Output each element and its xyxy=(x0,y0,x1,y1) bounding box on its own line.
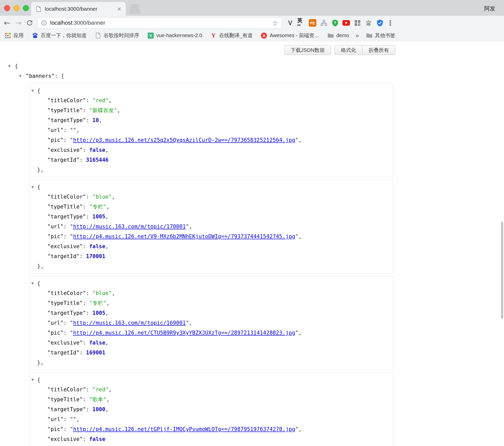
json-punctuation: " xyxy=(70,224,73,230)
json-line: "pic": "http://p4.music.126.net/V9-MXz6b… xyxy=(31,232,393,242)
back-button[interactable]: ← xyxy=(2,19,13,27)
page-info-icon[interactable] xyxy=(41,20,47,26)
qrcode-icon[interactable] xyxy=(353,19,361,27)
bookmark-star-icon[interactable]: ☆ xyxy=(272,19,278,27)
zoom-window-button[interactable] xyxy=(23,5,29,11)
json-key: "targetType" xyxy=(47,117,86,123)
json-punctuation: : xyxy=(63,320,70,326)
bookmark-item[interactable]: 谷歌按时间排序 xyxy=(95,32,139,39)
vue-icon: V xyxy=(147,32,154,39)
json-punctuation: { xyxy=(37,88,40,94)
green-shield-icon[interactable]: T xyxy=(331,19,339,27)
url-text[interactable]: localhost:3000/banner xyxy=(50,20,272,26)
format-button[interactable]: 格式化 xyxy=(334,45,362,55)
json-punctuation: , xyxy=(106,300,110,306)
json-line: "titleColor": "red", xyxy=(31,385,393,395)
browser-tab[interactable]: localhost:3000/banner × xyxy=(31,2,126,16)
collapse-toggle-icon[interactable]: ▼ xyxy=(31,278,37,288)
json-punctuation: " xyxy=(295,137,299,143)
json-line: "url": "", xyxy=(31,125,393,135)
json-url-link[interactable]: http://p4.music.126.net/CTU5B9R9y3XyYBZX… xyxy=(73,330,295,336)
bookmark-item[interactable]: demo xyxy=(327,32,349,39)
json-punctuation: : xyxy=(83,204,89,210)
folder-icon xyxy=(327,32,334,39)
paw-icon[interactable] xyxy=(365,19,373,27)
json-key: "banners" xyxy=(26,73,55,79)
bookmark-item[interactable]: AAwesomes - 前端资… xyxy=(261,32,319,39)
json-punctuation: "" xyxy=(70,127,76,133)
address-bar[interactable]: localhost:3000/banner ☆ xyxy=(37,17,282,28)
json-punctuation: : xyxy=(83,340,89,346)
json-number-value: 1005 xyxy=(92,310,105,316)
json-key: "url" xyxy=(47,224,63,230)
tab-close-icon[interactable]: × xyxy=(117,6,122,12)
json-punctuation: , xyxy=(108,386,112,393)
org-chart-icon[interactable] xyxy=(320,19,328,27)
json-url-link[interactable]: http://p4.music.126.net/tGPljf-IMOCyPvum… xyxy=(73,426,295,432)
json-line: "exclusive": false, xyxy=(31,242,393,251)
json-punctuation: " xyxy=(295,330,299,336)
json-url-link[interactable]: http://music.163.com/m/topic/170001 xyxy=(73,224,186,230)
collapse-toggle-icon[interactable]: ▼ xyxy=(31,375,37,385)
json-key: "typeTitle" xyxy=(47,300,83,306)
json-punctuation: , xyxy=(298,426,302,432)
bookmark-item[interactable]: 应用 xyxy=(5,32,24,39)
json-url-link[interactable]: http://p3.music.126.net/s25q2x5QyqsAzilC… xyxy=(73,137,295,143)
collapse-toggle-icon[interactable]: ▼ xyxy=(31,86,37,96)
youtube-icon[interactable] xyxy=(342,19,350,27)
json-string-value: "专栏" xyxy=(89,300,106,306)
json-punctuation: : [ xyxy=(55,73,64,79)
forward-button[interactable]: → xyxy=(13,19,24,27)
json-boolean-value: false xyxy=(89,147,105,153)
tab-strip: localhost:3000/banner × 阿发 xyxy=(0,0,504,16)
json-punctuation: : xyxy=(83,147,89,153)
json-key: "targetType" xyxy=(47,406,86,412)
close-window-button[interactable] xyxy=(4,5,10,11)
baidu-paw-icon xyxy=(32,32,38,39)
json-key: "targetId" xyxy=(47,157,79,163)
browser-menu-icon[interactable]: ⋮ xyxy=(386,19,394,27)
banner-object: ▼{"titleColor": "blue","typeTitle": "专栏"… xyxy=(29,180,393,274)
vimium-icon[interactable]: V xyxy=(286,19,294,27)
json-punctuation: " xyxy=(70,233,73,240)
json-key: "titleColor" xyxy=(47,194,86,200)
bookmark-item[interactable]: 百度一下，你就知道 xyxy=(32,32,87,39)
json-key: "typeTitle" xyxy=(47,107,83,113)
json-punctuation: { xyxy=(37,377,40,383)
new-tab-button[interactable] xyxy=(129,4,141,14)
json-punctuation: : xyxy=(83,436,89,442)
minimize-window-button[interactable] xyxy=(13,5,20,11)
json-key: "pic" xyxy=(47,330,63,336)
bookmark-item[interactable]: Y在线翻译_有道 xyxy=(210,32,253,39)
other-bookmarks-folder[interactable]: 其他书签 xyxy=(366,32,395,39)
json-line: ▼{ xyxy=(31,86,393,96)
bookmarks-bar: 应用百度一下，你就知道谷歌按时间排序Vvue-hackernews-2.0Y在线… xyxy=(0,30,504,41)
json-punctuation: : xyxy=(86,310,92,316)
translate-icon[interactable]: 英en xyxy=(297,19,305,27)
banner-object: ▼{"titleColor": "red","typeTitle": "歌单",… xyxy=(29,373,393,446)
json-url-link[interactable]: http://p4.music.126.net/V9-MXz6b2MNhEKju… xyxy=(73,233,295,240)
reload-button[interactable] xyxy=(24,20,35,26)
collapse-toggle-icon[interactable]: ▼ xyxy=(19,71,26,81)
json-string-value: "blue" xyxy=(92,290,112,296)
json-punctuation: , xyxy=(298,137,302,143)
collapse-toggle-icon[interactable]: ▼ xyxy=(8,61,15,71)
collapse-toggle-icon[interactable]: ▼ xyxy=(31,182,37,192)
bookmarks-overflow-chevron[interactable]: » xyxy=(356,32,359,39)
json-punctuation: : xyxy=(63,127,70,133)
json-line: "pic": "http://p4.music.126.net/CTU5B9R9… xyxy=(31,328,393,338)
json-url-link[interactable]: http://music.163.com/m/topic/169001 xyxy=(73,320,186,326)
blue-shield-icon[interactable] xyxy=(376,19,384,27)
json-line: "targetType": 1005, xyxy=(31,308,393,318)
download-json-button[interactable]: 下载JSON数据 xyxy=(284,45,331,55)
fehelper-icon[interactable]: FE xyxy=(309,19,317,27)
json-punctuation: , xyxy=(99,117,102,123)
json-string-value: "red" xyxy=(92,97,108,103)
bookmark-item[interactable]: Vvue-hackernews-2.0 xyxy=(147,32,202,39)
banner-object: ▼{"titleColor": "red","typeTitle": "新碟首发… xyxy=(29,83,393,177)
collapse-all-button[interactable]: 折叠所有 xyxy=(362,45,395,55)
json-key: "targetId" xyxy=(47,350,79,356)
json-punctuation: : xyxy=(83,300,89,306)
scrollbar-thumb[interactable] xyxy=(501,222,503,319)
json-punctuation: " xyxy=(186,224,189,230)
